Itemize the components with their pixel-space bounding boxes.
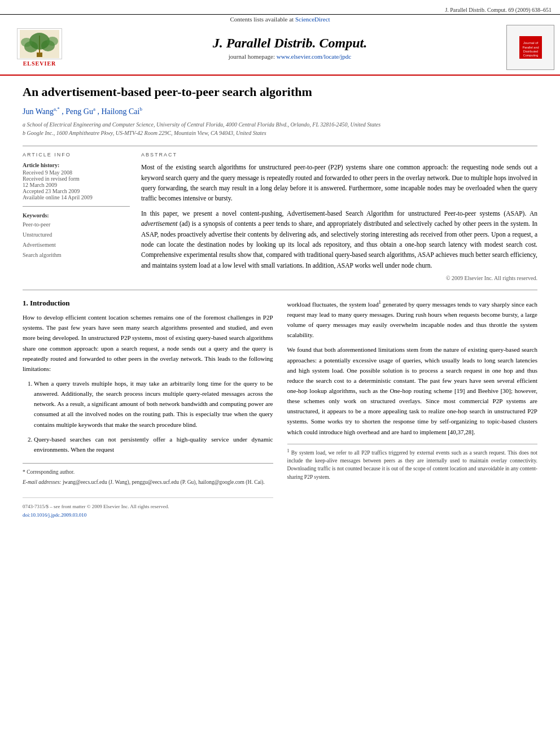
svg-text:Computing: Computing [523, 54, 538, 57]
abstract-para1: Most of the existing search algorithms f… [141, 162, 537, 204]
info-abstract-section: ARTICLE INFO Article history: Received 9… [23, 152, 537, 281]
svg-text:Parallel and: Parallel and [522, 46, 539, 49]
corresponding-note: * Corresponding author. E-mail addresses… [23, 468, 273, 487]
homepage-label: journal homepage: [229, 53, 275, 60]
keywords-label: Keywords: [23, 212, 130, 219]
limitations-list: When a query travels multiple hops, it m… [23, 378, 273, 455]
contents-label: Contents lists available at [230, 16, 294, 23]
author2-sup: a [93, 106, 95, 112]
copyright-text: © 2009 Elsevier Inc. All rights reserved… [141, 275, 537, 281]
article-history-label: Article history: [23, 162, 130, 168]
keywords-list: Peer-to-peer Unstructured Advertisement … [23, 220, 130, 260]
footer-copyright: 0743-7315/$ – see front matter © 2009 El… [23, 503, 273, 510]
workload-text: workload fluctuates, the system load [287, 301, 379, 308]
elsevier-logo-image [17, 28, 62, 59]
right-para2: We found that both aforementioned limita… [287, 344, 538, 436]
footer-doi: doi:10.1016/j.jpdc.2009.03.010 [23, 511, 273, 519]
keyword-4: Search algorithm [23, 250, 130, 260]
authors-line: Jun Wanga,* , Peng Gua , Hailong Caib [23, 106, 537, 116]
list-item-1: When a query travels multiple hops, it m… [34, 378, 273, 430]
svg-point-6 [47, 37, 58, 46]
keyword-1: Peer-to-peer [23, 220, 130, 230]
abstract-text: Most of the existing search algorithms f… [141, 162, 537, 270]
journal-homepage: journal homepage: www.elsevier.com/locat… [73, 53, 506, 60]
footnote-1-marker: 1 [287, 448, 290, 453]
elsevier-logo: ELSEVIER [6, 28, 73, 67]
star-note: * Corresponding author. [23, 468, 273, 476]
author1-name: Jun Wang [23, 107, 54, 115]
author1-sup: a,* [54, 106, 60, 112]
divider-body [23, 290, 537, 290]
footnote-1-content: 1 By system load, we refer to all P2P tr… [287, 448, 538, 481]
affiliation-b: b Google Inc., 1600 Amphitheatre Pkwy, U… [23, 129, 537, 137]
homepage-link[interactable]: www.elsevier.com/locate/jpdc [277, 53, 351, 60]
journal-header-main: ELSEVIER J. Parallel Distrib. Comput. jo… [0, 25, 560, 75]
intro-para1: How to develop efficient content locatio… [23, 312, 273, 374]
intro-num: 1. [23, 299, 28, 307]
journal-header-top: Contents lists available at ScienceDirec… [0, 15, 560, 25]
elsevier-text: ELSEVIER [23, 60, 56, 67]
journal-logo-right: Journal of Parallel and Distributed Comp… [506, 25, 554, 70]
journal-title: J. Parallel Distrib. Comput. [73, 36, 506, 51]
body-right-col: workload fluctuates, the system load1 ge… [287, 299, 538, 519]
author3-name: , Hailong Cai [97, 107, 139, 115]
list-item-2: Query-based searches can not persistentl… [34, 434, 273, 455]
author2-name: , Peng Gu [62, 107, 93, 115]
journal-header: J. Parallel Distrib. Comput. 69 (2009) 6… [0, 0, 560, 76]
accepted-date: Accepted 23 March 2009 [23, 188, 130, 194]
intro-heading: 1. Introduction [23, 299, 273, 308]
doi-link[interactable]: doi:10.1016/j.jpdc.2009.03.010 [23, 512, 86, 518]
main-content: An advertisement-based peer-to-peer sear… [0, 76, 560, 530]
keyword-2: Unstructured [23, 230, 130, 240]
paper-title: An advertisement-based peer-to-peer sear… [23, 84, 537, 101]
email-label: E-mail addresses: [23, 479, 62, 485]
elsevier-tree-svg [20, 30, 59, 58]
intro-text: How to develop efficient content locatio… [23, 312, 273, 374]
keyword-3: Advertisement [23, 240, 130, 250]
citation-line: J. Parallel Distrib. Comput. 69 (2009) 6… [0, 5, 560, 15]
keywords-section: Keywords: Peer-to-peer Unstructured Adve… [23, 206, 130, 260]
revised-date: 12 March 2009 [23, 182, 130, 188]
available-date: Available online 14 April 2009 [23, 194, 130, 200]
email-addresses: jwang@eecs.ucf.edu (J. Wang), penggu@eec… [63, 479, 265, 485]
abstract-col: ABSTRACT Most of the existing search alg… [141, 152, 537, 281]
abstract-para2: In this paper, we present a novel conten… [141, 208, 537, 270]
left-footnote-section: * Corresponding author. E-mail addresses… [23, 463, 273, 487]
article-info-col: ARTICLE INFO Article history: Received 9… [23, 152, 130, 281]
svg-rect-7 [37, 53, 42, 57]
page-footer: 0743-7315/$ – see front matter © 2009 El… [23, 497, 273, 519]
email-note: E-mail addresses: jwang@eecs.ucf.edu (J.… [23, 478, 273, 486]
sciencedirect-link[interactable]: ScienceDirect [295, 16, 330, 23]
intro-title: Introduction [30, 299, 70, 307]
citation-text: J. Parallel Distrib. Comput. 69 (2009) 6… [445, 7, 552, 13]
journal-logo-svg: Journal of Parallel and Distributed Comp… [519, 36, 542, 59]
svg-point-5 [21, 38, 32, 47]
affiliations: a School of Electrical Engineering and C… [23, 120, 537, 137]
right-col-text: workload fluctuates, the system load1 ge… [287, 299, 538, 436]
right-col-footnote: 1 By system load, we refer to all P2P tr… [287, 444, 538, 481]
author3-sup: b [139, 106, 142, 112]
journal-title-center: J. Parallel Distrib. Comput. journal hom… [73, 36, 506, 60]
keywords-divider [23, 206, 130, 207]
body-two-col: 1. Introduction How to develop efficient… [23, 299, 537, 519]
footnote-1-text: 1 By system load, we refer to all P2P tr… [287, 448, 538, 481]
divider-top [23, 146, 537, 146]
article-info-label: ARTICLE INFO [23, 152, 130, 158]
right-para1: workload fluctuates, the system load1 ge… [287, 299, 538, 340]
body-left-col: 1. Introduction How to develop efficient… [23, 299, 273, 519]
footnote-1-body: By system load, we refer to all P2P traf… [287, 450, 538, 480]
svg-text:Journal of: Journal of [523, 41, 538, 45]
svg-text:Distributed: Distributed [523, 50, 537, 53]
abstract-label: ABSTRACT [141, 152, 537, 158]
affiliation-a: a School of Electrical Engineering and C… [23, 120, 537, 129]
received-revised-label: Received in revised form [23, 176, 130, 182]
received-date: Received 9 May 2008 [23, 169, 130, 176]
